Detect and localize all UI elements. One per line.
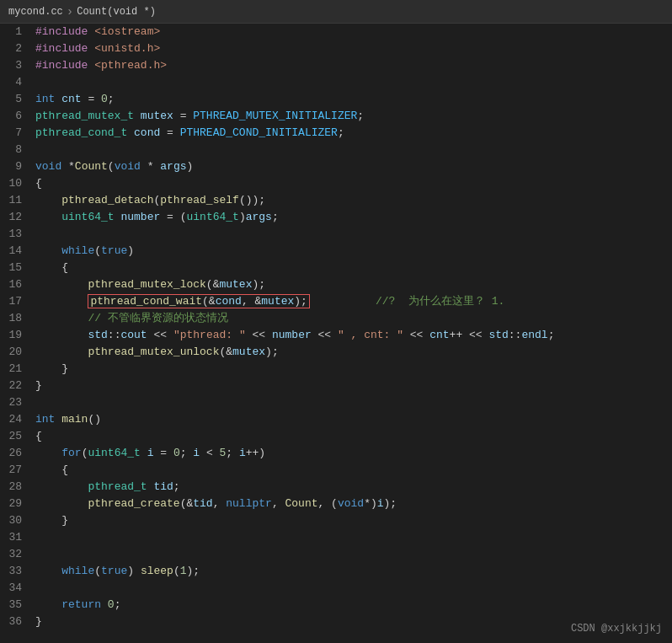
- token: ::: [509, 329, 522, 341]
- table-row: 18 // 不管临界资源的状态情况: [0, 310, 672, 327]
- highlight-box: pthread_cond_wait(&cond, &mutex);: [88, 294, 309, 308]
- token: );: [265, 346, 279, 358]
- table-row: 25{: [0, 428, 672, 445]
- line-code: [32, 394, 672, 411]
- token: (&: [206, 278, 220, 291]
- line-number: 31: [0, 529, 32, 546]
- code-editor: 1#include <iostream>2#include <unistd.h>…: [0, 24, 672, 630]
- token: ;: [226, 447, 239, 459]
- token: <<: [403, 329, 429, 341]
- table-row: 10{: [0, 175, 672, 192]
- token: "pthread: ": [173, 329, 246, 341]
- token: number: [120, 211, 160, 223]
- token: main: [61, 413, 88, 426]
- token: [35, 211, 61, 223]
- table-row: 4: [0, 74, 672, 91]
- table-row: 9void *Count(void * args): [0, 158, 672, 175]
- token: (: [173, 565, 180, 577]
- line-code: pthread_detach(pthread_self());: [32, 192, 672, 209]
- line-code: #include <unistd.h>: [32, 40, 672, 57]
- token: <pthread.h>: [94, 59, 167, 72]
- line-number: 27: [0, 462, 32, 479]
- line-number: 22: [0, 378, 32, 394]
- line-number: 26: [0, 445, 32, 462]
- token: endl: [521, 329, 547, 341]
- token: {: [35, 261, 68, 274]
- token: pthread_cond_t: [35, 126, 127, 139]
- title-bar: mycond.cc › Count(void *): [0, 0, 672, 24]
- token: while: [61, 244, 94, 257]
- token: number: [272, 329, 312, 341]
- token: ,: [272, 497, 285, 510]
- token: }: [35, 615, 42, 628]
- table-row: 29 pthread_create(&tid, nullptr, Count, …: [0, 496, 672, 512]
- line-number: 6: [0, 108, 32, 125]
- token: *): [364, 497, 377, 510]
- table-row: 19 std::cout << "pthread: " << number <<…: [0, 327, 672, 344]
- token: pthread_self: [160, 194, 239, 206]
- line-number: 11: [0, 192, 32, 209]
- token: [35, 447, 61, 459]
- token: pthread_detach: [61, 194, 153, 206]
- token: PTHREAD_MUTEX_INITIALIZER: [193, 110, 357, 122]
- token: sleep: [141, 565, 173, 577]
- token: ;: [115, 598, 121, 611]
- table-row: 17 pthread_cond_wait(&cond, &mutex); //?…: [0, 293, 672, 310]
- table-row: 8: [0, 142, 672, 158]
- table-row: 11 pthread_detach(pthread_self());: [0, 192, 672, 209]
- token: cnt: [61, 93, 81, 105]
- token: =: [153, 447, 173, 459]
- table-row: 6pthread_mutex_t mutex = PTHREAD_MUTEX_I…: [0, 108, 672, 125]
- token: void: [338, 497, 364, 510]
- line-number: 24: [0, 411, 32, 428]
- token: ;: [108, 93, 115, 105]
- token: ++ <<: [450, 329, 489, 341]
- line-code: {: [32, 462, 672, 479]
- line-code: }: [32, 512, 672, 529]
- line-number: 12: [0, 209, 32, 226]
- table-row: 21 }: [0, 361, 672, 378]
- table-row: 15 {: [0, 260, 672, 276]
- token: [35, 312, 88, 324]
- token: [101, 598, 108, 611]
- code-table: 1#include <iostream>2#include <unistd.h>…: [0, 24, 672, 630]
- title-file: mycond.cc: [8, 6, 63, 18]
- token: void: [115, 160, 141, 173]
- table-row: 34: [0, 580, 672, 597]
- token: cnt: [429, 329, 449, 341]
- line-code: #include <pthread.h>: [32, 57, 672, 74]
- token: std: [88, 329, 107, 341]
- token: mutex: [219, 278, 252, 291]
- table-row: 14 while(true): [0, 243, 672, 260]
- token: cout: [120, 329, 147, 341]
- token: [35, 565, 61, 577]
- line-number: 3: [0, 57, 32, 74]
- line-number: 15: [0, 260, 32, 276]
- table-row: 32: [0, 546, 672, 563]
- token: <iostream>: [94, 25, 160, 38]
- line-number: 29: [0, 496, 32, 512]
- line-number: 23: [0, 394, 32, 411]
- token: 1: [180, 565, 187, 577]
- table-row: 22}: [0, 378, 672, 394]
- token: ;: [173, 480, 180, 493]
- token: (: [94, 565, 101, 577]
- line-number: 36: [0, 614, 32, 630]
- table-row: 31: [0, 529, 672, 546]
- line-code: while(true) sleep(1);: [32, 563, 672, 580]
- line-number: 5: [0, 91, 32, 108]
- token: );: [384, 497, 397, 510]
- token: <: [200, 447, 219, 459]
- token: [35, 194, 61, 206]
- line-number: 16: [0, 276, 32, 293]
- line-number: 8: [0, 142, 32, 158]
- token: ;: [180, 447, 194, 459]
- token: <<: [246, 329, 272, 341]
- token: [35, 598, 61, 611]
- line-code: [32, 580, 672, 597]
- line-number: 35: [0, 597, 32, 614]
- token: // 不管临界资源的状态情况: [88, 312, 227, 324]
- table-row: 3#include <pthread.h>: [0, 57, 672, 74]
- table-row: 20 pthread_mutex_unlock(&mutex);: [0, 344, 672, 361]
- line-number: 21: [0, 361, 32, 378]
